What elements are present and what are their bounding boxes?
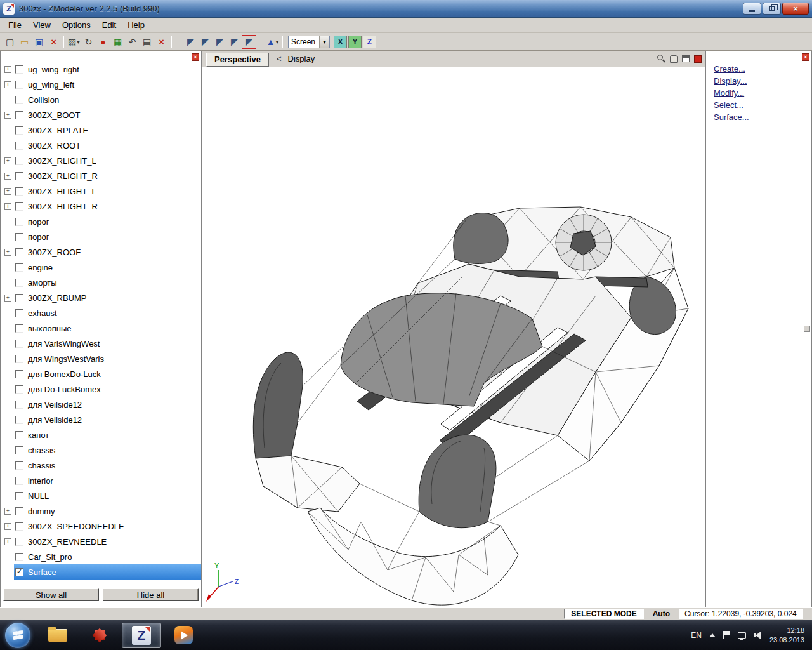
scene-node-row[interactable]: + ug_wing_left [1, 77, 201, 92]
visibility-checkbox[interactable] [15, 218, 23, 226]
scene-node-row[interactable]: + Surface [1, 564, 201, 580]
undo-icon[interactable]: ↶ [125, 35, 140, 49]
visibility-checkbox[interactable] [15, 65, 23, 74]
expand-icon[interactable]: + [4, 538, 11, 545]
scene-node-row[interactable]: + 300ZX_BOOT [1, 107, 201, 123]
cone-primitive-icon[interactable]: ▲▾ [265, 35, 280, 49]
save-icon[interactable]: ▣ [32, 35, 46, 49]
taskbar-explorer-button[interactable] [38, 623, 77, 648]
selection-tool-2-icon[interactable]: ◤ [198, 35, 213, 49]
visibility-checkbox[interactable] [15, 355, 23, 363]
tools-menu-item[interactable]: Display... [714, 76, 811, 86]
expand-icon[interactable]: + [4, 81, 11, 88]
start-button[interactable] [5, 623, 30, 648]
auto-toggle[interactable]: Auto [649, 609, 674, 618]
back-icon[interactable]: < [277, 54, 282, 63]
selection-tool-active-icon[interactable]: ◤ [242, 35, 256, 49]
scene-node-row[interactable]: + для Veilside12 [1, 397, 201, 412]
expand-icon[interactable]: + [4, 66, 11, 73]
scene-node-row[interactable]: + порог [1, 214, 201, 229]
paste-dropdown-icon[interactable]: ▾ [77, 39, 80, 45]
visibility-checkbox[interactable] [15, 202, 23, 211]
close-small-icon[interactable]: × [154, 35, 169, 49]
visibility-checkbox[interactable] [15, 340, 23, 348]
tools-menu-item[interactable]: Create... [714, 64, 811, 74]
expand-icon[interactable]: + [4, 508, 11, 515]
scene-node-row[interactable]: + для WingsWestVaris [1, 351, 201, 366]
refresh-icon[interactable]: ↻ [81, 35, 96, 49]
visibility-checkbox[interactable] [15, 431, 23, 439]
minimize-button[interactable] [743, 3, 761, 15]
visibility-checkbox[interactable] [15, 401, 23, 409]
panel-resize-handle[interactable] [804, 326, 810, 332]
taskbar-media-player-button[interactable] [164, 623, 203, 648]
visibility-checkbox[interactable] [15, 446, 23, 454]
scene-node-row[interactable]: + 300ZX_RLIGHT_L [1, 153, 201, 168]
visibility-checkbox[interactable] [15, 142, 23, 150]
show-all-button[interactable]: Show all [3, 588, 99, 601]
viewport-canvas[interactable]: Y Z [202, 67, 705, 607]
scene-node-row[interactable]: + 300ZX_ROOF [1, 244, 201, 260]
taskbar-zmodeler-button[interactable]: Z [122, 623, 161, 648]
taskbar-red-app-button[interactable] [80, 623, 119, 648]
scene-node-row[interactable]: + Car_Sit_pro [1, 549, 201, 564]
visibility-checkbox[interactable] [15, 157, 23, 165]
chevron-down-icon[interactable]: ▾ [319, 36, 329, 48]
notes-icon[interactable]: ▤ [140, 35, 154, 49]
cone-dropdown-icon[interactable]: ▾ [276, 39, 279, 45]
menu-item[interactable]: Options [56, 18, 96, 32]
visibility-checkbox[interactable] [15, 233, 23, 241]
paste-icon[interactable]: ▨▾ [67, 35, 81, 49]
visibility-checkbox[interactable] [15, 385, 23, 394]
visibility-checkbox[interactable] [15, 279, 23, 287]
visibility-checkbox[interactable] [15, 324, 23, 333]
scene-node-row[interactable]: + engine [1, 260, 201, 275]
material-editor-icon[interactable]: ▦ [110, 35, 125, 49]
scene-node-row[interactable]: + для BomexDo-Luck [1, 366, 201, 381]
visibility-checkbox[interactable] [15, 492, 23, 500]
close-button[interactable]: × [782, 3, 809, 15]
title-bar[interactable]: Z 300zx - ZModeler ver 2.2.5 (Build 990)… [0, 0, 812, 18]
expand-icon[interactable]: + [4, 523, 11, 530]
new-document-icon[interactable]: ▢ [3, 35, 17, 49]
menu-item[interactable]: View [27, 18, 56, 32]
scene-node-row[interactable]: + dummy [1, 503, 201, 519]
zoom-icon[interactable] [657, 55, 665, 63]
scene-node-row[interactable]: + для Do-LuckBomex [1, 381, 201, 397]
visibility-checkbox[interactable] [15, 568, 23, 576]
tools-menu-item[interactable]: Modify... [714, 88, 811, 98]
scene-node-row[interactable]: + 300ZX_REVNEEDLE [1, 534, 201, 549]
scene-node-row[interactable]: + ug_wing_right [1, 62, 201, 77]
visibility-checkbox[interactable] [15, 477, 23, 485]
pan-icon[interactable] [670, 55, 678, 63]
car-wireframe-model[interactable]: Y Z [202, 67, 705, 607]
scene-node-row[interactable]: + выхлопные [1, 321, 201, 336]
scene-node-row[interactable]: + 300ZX_SPEEDONEEDLE [1, 519, 201, 534]
action-center-flag-icon[interactable] [723, 631, 730, 639]
expand-icon[interactable]: + [4, 203, 11, 210]
expand-icon[interactable]: + [4, 188, 11, 195]
tools-menu-item[interactable]: Select... [714, 100, 811, 110]
visibility-checkbox[interactable] [15, 187, 23, 196]
expand-icon[interactable]: + [4, 295, 11, 302]
scene-node-row[interactable]: + NULL [1, 488, 201, 503]
visibility-checkbox[interactable] [15, 553, 23, 561]
selection-tool-1-icon[interactable]: ◤ [183, 35, 198, 49]
expand-icon[interactable]: + [4, 157, 11, 164]
scene-node-row[interactable]: + chassis [1, 442, 201, 458]
scene-node-row[interactable]: + exhaust [1, 305, 201, 321]
speaker-icon[interactable] [754, 632, 762, 639]
visibility-checkbox[interactable] [15, 522, 23, 531]
expand-icon[interactable]: + [4, 112, 11, 119]
expand-icon[interactable]: + [4, 173, 11, 180]
open-folder-icon[interactable]: ▭ [17, 35, 32, 49]
visibility-checkbox[interactable] [15, 416, 23, 424]
scene-node-row[interactable]: + 300ZX_HLIGHT_R [1, 199, 201, 214]
axis-y-button[interactable]: Y [348, 36, 362, 48]
panel-close-icon[interactable] [192, 53, 199, 61]
record-icon[interactable]: ● [96, 35, 110, 49]
scene-node-row[interactable]: + аморты [1, 275, 201, 290]
scene-node-row[interactable]: + Collision [1, 92, 201, 107]
scene-node-row[interactable]: + 300ZX_HLIGHT_L [1, 183, 201, 199]
scene-node-row[interactable]: + для Veilside12 [1, 412, 201, 427]
